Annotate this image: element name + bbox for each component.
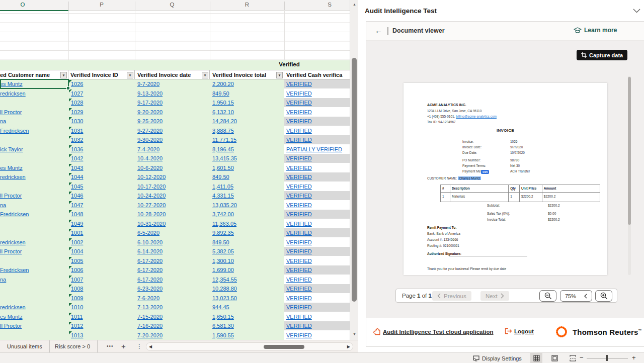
- invoice-total-cell[interactable]: 3,742.00: [212, 211, 234, 217]
- invoice-total-cell[interactable]: 13,035.20: [212, 202, 237, 208]
- invoice-id-cell[interactable]: 1026: [71, 81, 83, 87]
- zoom-out-minus[interactable]: −: [580, 354, 584, 361]
- invoice-email-link[interactable]: billing@acme-analytics.com: [456, 115, 497, 118]
- customer-name-highlighted[interactable]: Charles Muntz: [458, 176, 481, 180]
- column-header[interactable]: O: [21, 2, 25, 8]
- display-settings-button[interactable]: Display Settings: [473, 354, 522, 362]
- invoice-id-cell[interactable]: 1011: [71, 314, 83, 320]
- customer-name-cell[interactable]: es Muntz: [0, 314, 23, 320]
- zoom-slider-handle[interactable]: [606, 355, 608, 361]
- customer-name-cell[interactable]: ll Proctor: [0, 193, 22, 199]
- vertical-scroll-thumb[interactable]: [352, 58, 357, 302]
- logout-link[interactable]: Logout: [505, 328, 534, 334]
- cash-verification-cell[interactable]: VERIFIED: [286, 277, 312, 283]
- table-column-header[interactable]: Verified Cash verifica ▾: [284, 70, 350, 79]
- column-header[interactable]: R: [245, 2, 249, 8]
- horizontal-scroll-thumb[interactable]: [264, 345, 304, 349]
- invoice-total-cell[interactable]: 10,288.80: [212, 286, 237, 292]
- invoice-id-cell[interactable]: 1009: [71, 295, 83, 301]
- learn-more-link[interactable]: Learn more: [574, 27, 617, 34]
- invoice-total-cell[interactable]: 13,023.50: [212, 295, 237, 301]
- invoice-total-cell[interactable]: 11,771.15: [212, 137, 236, 143]
- invoice-date-cell[interactable]: 7-20-2020: [137, 332, 163, 338]
- sheet-options-kebab[interactable]: ⋮: [136, 340, 142, 353]
- invoice-date-cell[interactable]: 10-28-2020: [137, 211, 166, 217]
- invoice-total-cell[interactable]: 11,363.05: [212, 221, 236, 227]
- invoice-total-cell[interactable]: 3,888.75: [212, 128, 234, 134]
- cash-verification-cell[interactable]: VERIFIED: [286, 239, 312, 245]
- empty-cells-grid[interactable]: [0, 11, 350, 60]
- customer-name-cell[interactable]: ll Proctor: [0, 248, 22, 254]
- cash-verification-cell[interactable]: PARTIALLY VERIFIED: [286, 146, 342, 152]
- scroll-up-arrow[interactable]: ▲: [350, 3, 359, 6]
- invoice-date-cell[interactable]: 6-23-2020: [137, 286, 163, 292]
- invoice-total-cell[interactable]: 8,196.45: [212, 146, 234, 152]
- customer-name-cell[interactable]: ll Proctor: [0, 109, 22, 115]
- cash-verification-cell[interactable]: VERIFIED: [286, 174, 312, 180]
- invoice-date-cell[interactable]: 7-16-2020: [137, 323, 163, 329]
- customer-name-cell[interactable]: es Muntz: [0, 165, 23, 171]
- invoice-total-cell[interactable]: 12,354.55: [212, 277, 237, 283]
- invoice-total-cell[interactable]: 6,581.30: [212, 323, 234, 329]
- cash-verification-cell[interactable]: VERIFIED: [286, 118, 312, 124]
- customer-name-cell[interactable]: es Muntz: [0, 81, 23, 87]
- invoice-date-cell[interactable]: 6-14-2020: [137, 248, 163, 254]
- zoom-out-button[interactable]: [539, 290, 556, 302]
- table-column-header[interactable]: ed Customer name ▾: [0, 70, 68, 79]
- invoice-date-cell[interactable]: 9-17-2020: [137, 100, 163, 106]
- invoice-date-cell[interactable]: 6-17-2020: [137, 267, 163, 273]
- cash-verification-cell[interactable]: VERIFIED: [286, 202, 312, 208]
- sheet-vertical-scrollbar[interactable]: ▲ ▼: [350, 0, 358, 340]
- normal-view-button[interactable]: [530, 353, 542, 363]
- invoice-id-cell[interactable]: 1045: [71, 184, 83, 190]
- invoice-total-cell[interactable]: 5,382.05: [212, 248, 234, 254]
- table-column-header[interactable]: Verified Invoice total ▾: [210, 70, 284, 79]
- table-column-header[interactable]: Verified Invoice date ▾: [135, 70, 210, 79]
- invoice-date-cell[interactable]: 7-15-2020: [137, 314, 163, 320]
- cloud-application-link[interactable]: Audit Intelligence Test cloud applicatio…: [373, 328, 494, 335]
- sheet-tab-risk-score[interactable]: Risk score > 0: [48, 340, 98, 353]
- invoice-total-cell[interactable]: 849.50: [212, 239, 229, 245]
- customer-name-cell[interactable]: Fredricksen: [0, 267, 29, 273]
- invoice-date-cell[interactable]: 10-17-2020: [137, 184, 166, 190]
- filter-dropdown-icon[interactable]: ▾: [202, 72, 208, 78]
- invoice-total-cell[interactable]: 1,590.55: [212, 332, 234, 338]
- invoice-id-cell[interactable]: 1049: [71, 221, 83, 227]
- invoice-total-cell[interactable]: 13,415.35: [212, 155, 237, 161]
- viewer-scrollbar-track[interactable]: [628, 76, 631, 275]
- invoice-date-cell[interactable]: 6-17-2020: [137, 258, 163, 264]
- cash-verification-cell[interactable]: VERIFIED: [286, 128, 312, 134]
- invoice-total-cell[interactable]: 14,284.20: [212, 118, 237, 124]
- invoice-id-cell[interactable]: 1032: [71, 137, 83, 143]
- invoice-date-cell[interactable]: 6-5-2020: [137, 230, 159, 236]
- invoice-date-cell[interactable]: 9-20-2020: [137, 109, 163, 115]
- invoice-date-cell[interactable]: 10-12-2020: [137, 174, 166, 180]
- invoice-id-cell[interactable]: 1044: [71, 174, 83, 180]
- invoice-date-cell[interactable]: 7-6-2020: [137, 295, 159, 301]
- invoice-date-cell[interactable]: 9-25-2020: [137, 118, 163, 124]
- customer-name-cell[interactable]: redricksen: [0, 239, 26, 245]
- back-arrow-icon[interactable]: ←: [375, 26, 382, 35]
- invoice-date-cell[interactable]: 10-4-2020: [137, 155, 163, 161]
- invoice-id-cell[interactable]: 1043: [71, 165, 83, 171]
- cash-verification-cell[interactable]: VERIFIED: [286, 248, 312, 254]
- invoice-total-cell[interactable]: 2,200.20: [212, 81, 234, 87]
- filter-dropdown-icon[interactable]: ▾: [276, 72, 283, 78]
- previous-page-button[interactable]: Previous: [432, 291, 471, 301]
- table-column-header[interactable]: Verified Invoice ID ▾: [68, 70, 135, 79]
- invoice-id-cell[interactable]: 1048: [71, 211, 83, 217]
- more-sheets-button[interactable]: •••: [107, 340, 114, 353]
- invoice-date-cell[interactable]: 6-17-2020: [137, 277, 163, 283]
- page-break-view-button[interactable]: [567, 353, 579, 363]
- invoice-id-cell[interactable]: 1029: [71, 109, 83, 115]
- invoice-id-cell[interactable]: 1006: [71, 267, 83, 273]
- customer-name-cell[interactable]: redricksen: [0, 304, 26, 310]
- cash-verification-cell[interactable]: VERIFIED: [286, 109, 312, 115]
- invoice-date-cell[interactable]: 9-30-2020: [137, 137, 163, 143]
- cash-verification-cell[interactable]: VERIFIED: [286, 155, 312, 161]
- cash-verification-cell[interactable]: VERIFIED: [286, 314, 312, 320]
- column-header[interactable]: S: [328, 2, 332, 8]
- cash-verification-cell[interactable]: VERIFIED: [286, 184, 312, 190]
- invoice-total-cell[interactable]: 1,650.15: [212, 314, 234, 320]
- next-page-button[interactable]: Next: [480, 291, 509, 301]
